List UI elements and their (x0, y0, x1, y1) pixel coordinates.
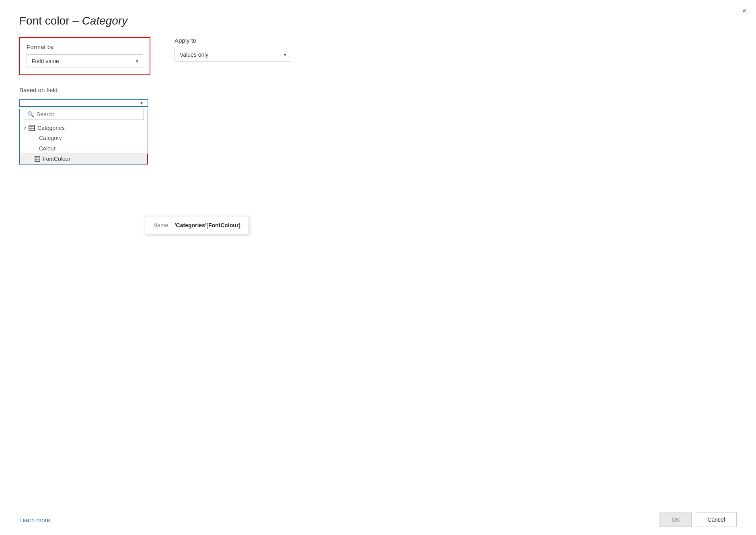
search-input[interactable] (37, 111, 140, 117)
dialog-title: Font color – Category (0, 0, 756, 37)
format-by-section: Format by Field value Rules Gradient ▼ (19, 37, 150, 75)
tree-group-label: Categories (37, 125, 65, 131)
based-on-field-label: Based on field (19, 86, 737, 93)
apply-to-select-wrapper: Values only Values and totals Header and… (175, 48, 291, 62)
tooltip-name-value: 'Categories'[FontColour] (175, 222, 240, 228)
apply-to-select[interactable]: Values only Values and totals Header and… (175, 48, 291, 62)
learn-more-link[interactable]: Learn more (19, 516, 50, 523)
svg-rect-4 (35, 156, 40, 161)
measure-icon (35, 156, 40, 162)
top-row: Format by Field value Rules Gradient ▼ A… (19, 37, 737, 75)
list-item[interactable]: Colour (20, 143, 148, 154)
title-italic: Category (82, 14, 128, 27)
field-dropdown-panel: 🔍 ∧ Categories (19, 109, 148, 165)
search-icon: 🔍 (27, 111, 34, 117)
tree-group-categories: ∧ Categories (20, 123, 148, 133)
field-chevron-icon: ▼ (140, 101, 144, 105)
format-by-label: Format by (27, 43, 143, 50)
item-fontcolour-label: FontColour (43, 156, 70, 162)
list-item[interactable]: Category (20, 133, 148, 143)
dialog-footer: Learn more OK Cancel (0, 504, 756, 535)
apply-to-label: Apply to (175, 37, 303, 44)
item-colour-label: Colour (39, 145, 55, 152)
based-on-field-section: Based on field ▼ 🔍 ∧ (19, 86, 737, 165)
list-item-fontcolour[interactable]: FontColour (20, 154, 148, 164)
footer-buttons: OK Cancel (659, 512, 737, 527)
title-plain: Font color – (19, 14, 82, 27)
field-dropdown-wrapper: ▼ 🔍 ∧ (19, 97, 148, 165)
collapse-icon: ∧ (24, 126, 27, 131)
format-by-select-wrapper: Field value Rules Gradient ▼ (27, 54, 143, 68)
tooltip-box: Name 'Categories'[FontColour] (145, 216, 249, 235)
ok-button[interactable]: OK (659, 512, 692, 527)
tooltip-name-label: Name (153, 222, 168, 228)
apply-to-section: Apply to Values only Values and totals H… (175, 37, 303, 75)
dialog-content: Format by Field value Rules Gradient ▼ A… (0, 37, 756, 504)
table-icon (29, 125, 35, 131)
format-by-select[interactable]: Field value Rules Gradient (27, 54, 143, 68)
close-button[interactable]: × (742, 7, 746, 14)
item-category-label: Category (39, 135, 62, 141)
field-dropdown-button[interactable]: ▼ (19, 99, 148, 107)
svg-rect-0 (29, 125, 35, 131)
cancel-button[interactable]: Cancel (696, 512, 737, 527)
search-box: 🔍 (24, 109, 144, 120)
font-color-dialog: × Font color – Category Format by Field … (0, 0, 756, 535)
